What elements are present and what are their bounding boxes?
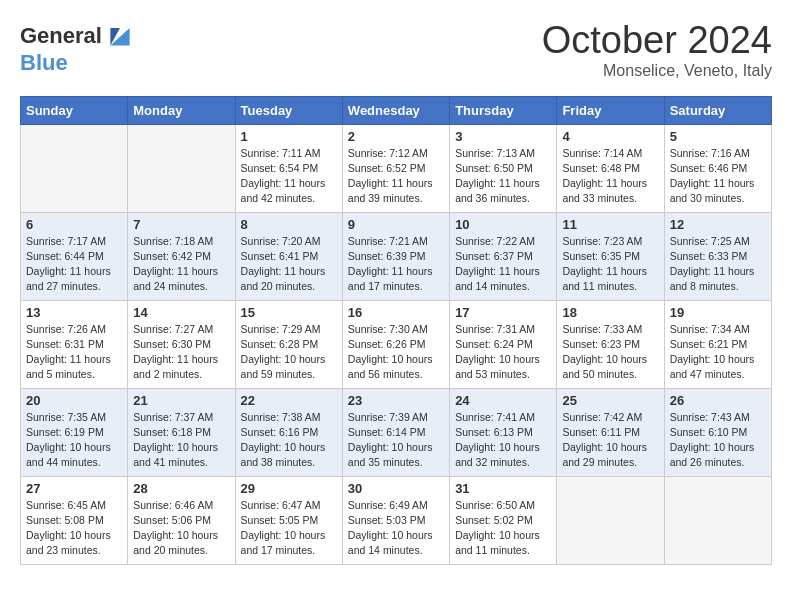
day-info: Sunrise: 7:23 AM Sunset: 6:35 PM Dayligh… <box>562 234 658 295</box>
calendar-cell: 22Sunrise: 7:38 AM Sunset: 6:16 PM Dayli… <box>235 388 342 476</box>
day-info: Sunrise: 7:27 AM Sunset: 6:30 PM Dayligh… <box>133 322 229 383</box>
calendar-cell: 2Sunrise: 7:12 AM Sunset: 6:52 PM Daylig… <box>342 124 449 212</box>
day-number: 4 <box>562 129 658 144</box>
month-title: October 2024 <box>542 20 772 62</box>
calendar-week-row: 20Sunrise: 7:35 AM Sunset: 6:19 PM Dayli… <box>21 388 772 476</box>
day-number: 21 <box>133 393 229 408</box>
day-info: Sunrise: 7:17 AM Sunset: 6:44 PM Dayligh… <box>26 234 122 295</box>
calendar-cell: 31Sunrise: 6:50 AM Sunset: 5:02 PM Dayli… <box>450 476 557 564</box>
day-info: Sunrise: 6:47 AM Sunset: 5:05 PM Dayligh… <box>241 498 337 559</box>
calendar-cell: 11Sunrise: 7:23 AM Sunset: 6:35 PM Dayli… <box>557 212 664 300</box>
day-info: Sunrise: 7:22 AM Sunset: 6:37 PM Dayligh… <box>455 234 551 295</box>
logo-general: General <box>20 23 102 48</box>
day-info: Sunrise: 7:29 AM Sunset: 6:28 PM Dayligh… <box>241 322 337 383</box>
day-header-wednesday: Wednesday <box>342 96 449 124</box>
day-info: Sunrise: 7:13 AM Sunset: 6:50 PM Dayligh… <box>455 146 551 207</box>
page-header: General Blue October 2024 Monselice, Ven… <box>20 20 772 80</box>
title-block: October 2024 Monselice, Veneto, Italy <box>542 20 772 80</box>
day-number: 5 <box>670 129 766 144</box>
day-header-sunday: Sunday <box>21 96 128 124</box>
day-number: 17 <box>455 305 551 320</box>
day-info: Sunrise: 7:16 AM Sunset: 6:46 PM Dayligh… <box>670 146 766 207</box>
calendar-cell: 25Sunrise: 7:42 AM Sunset: 6:11 PM Dayli… <box>557 388 664 476</box>
day-number: 14 <box>133 305 229 320</box>
day-number: 9 <box>348 217 444 232</box>
day-header-saturday: Saturday <box>664 96 771 124</box>
calendar-cell: 19Sunrise: 7:34 AM Sunset: 6:21 PM Dayli… <box>664 300 771 388</box>
calendar-cell: 13Sunrise: 7:26 AM Sunset: 6:31 PM Dayli… <box>21 300 128 388</box>
day-info: Sunrise: 7:11 AM Sunset: 6:54 PM Dayligh… <box>241 146 337 207</box>
day-info: Sunrise: 7:34 AM Sunset: 6:21 PM Dayligh… <box>670 322 766 383</box>
day-number: 26 <box>670 393 766 408</box>
day-number: 19 <box>670 305 766 320</box>
day-info: Sunrise: 6:50 AM Sunset: 5:02 PM Dayligh… <box>455 498 551 559</box>
calendar-cell: 12Sunrise: 7:25 AM Sunset: 6:33 PM Dayli… <box>664 212 771 300</box>
calendar-cell: 6Sunrise: 7:17 AM Sunset: 6:44 PM Daylig… <box>21 212 128 300</box>
calendar-cell: 15Sunrise: 7:29 AM Sunset: 6:28 PM Dayli… <box>235 300 342 388</box>
day-info: Sunrise: 7:30 AM Sunset: 6:26 PM Dayligh… <box>348 322 444 383</box>
day-header-tuesday: Tuesday <box>235 96 342 124</box>
day-info: Sunrise: 7:12 AM Sunset: 6:52 PM Dayligh… <box>348 146 444 207</box>
calendar-week-row: 6Sunrise: 7:17 AM Sunset: 6:44 PM Daylig… <box>21 212 772 300</box>
day-info: Sunrise: 7:20 AM Sunset: 6:41 PM Dayligh… <box>241 234 337 295</box>
day-info: Sunrise: 6:49 AM Sunset: 5:03 PM Dayligh… <box>348 498 444 559</box>
day-info: Sunrise: 7:25 AM Sunset: 6:33 PM Dayligh… <box>670 234 766 295</box>
day-number: 20 <box>26 393 122 408</box>
calendar-cell: 24Sunrise: 7:41 AM Sunset: 6:13 PM Dayli… <box>450 388 557 476</box>
day-number: 10 <box>455 217 551 232</box>
day-info: Sunrise: 7:42 AM Sunset: 6:11 PM Dayligh… <box>562 410 658 471</box>
calendar-cell: 28Sunrise: 6:46 AM Sunset: 5:06 PM Dayli… <box>128 476 235 564</box>
day-info: Sunrise: 6:45 AM Sunset: 5:08 PM Dayligh… <box>26 498 122 559</box>
logo-blue: Blue <box>20 52 136 74</box>
logo: General Blue <box>20 20 136 74</box>
calendar-cell <box>21 124 128 212</box>
calendar-week-row: 27Sunrise: 6:45 AM Sunset: 5:08 PM Dayli… <box>21 476 772 564</box>
calendar-cell <box>664 476 771 564</box>
calendar-cell: 4Sunrise: 7:14 AM Sunset: 6:48 PM Daylig… <box>557 124 664 212</box>
calendar-cell: 3Sunrise: 7:13 AM Sunset: 6:50 PM Daylig… <box>450 124 557 212</box>
day-number: 6 <box>26 217 122 232</box>
calendar-cell <box>128 124 235 212</box>
day-number: 31 <box>455 481 551 496</box>
logo-icon <box>104 20 136 52</box>
calendar-cell: 10Sunrise: 7:22 AM Sunset: 6:37 PM Dayli… <box>450 212 557 300</box>
calendar-cell: 20Sunrise: 7:35 AM Sunset: 6:19 PM Dayli… <box>21 388 128 476</box>
day-info: Sunrise: 7:14 AM Sunset: 6:48 PM Dayligh… <box>562 146 658 207</box>
day-info: Sunrise: 7:35 AM Sunset: 6:19 PM Dayligh… <box>26 410 122 471</box>
day-info: Sunrise: 7:21 AM Sunset: 6:39 PM Dayligh… <box>348 234 444 295</box>
calendar-cell: 26Sunrise: 7:43 AM Sunset: 6:10 PM Dayli… <box>664 388 771 476</box>
day-number: 2 <box>348 129 444 144</box>
calendar-cell: 21Sunrise: 7:37 AM Sunset: 6:18 PM Dayli… <box>128 388 235 476</box>
location-title: Monselice, Veneto, Italy <box>542 62 772 80</box>
calendar-cell: 1Sunrise: 7:11 AM Sunset: 6:54 PM Daylig… <box>235 124 342 212</box>
calendar-cell: 16Sunrise: 7:30 AM Sunset: 6:26 PM Dayli… <box>342 300 449 388</box>
day-header-friday: Friday <box>557 96 664 124</box>
day-number: 23 <box>348 393 444 408</box>
day-info: Sunrise: 6:46 AM Sunset: 5:06 PM Dayligh… <box>133 498 229 559</box>
day-number: 1 <box>241 129 337 144</box>
calendar-cell: 23Sunrise: 7:39 AM Sunset: 6:14 PM Dayli… <box>342 388 449 476</box>
day-info: Sunrise: 7:31 AM Sunset: 6:24 PM Dayligh… <box>455 322 551 383</box>
day-number: 12 <box>670 217 766 232</box>
calendar-week-row: 1Sunrise: 7:11 AM Sunset: 6:54 PM Daylig… <box>21 124 772 212</box>
calendar-cell: 9Sunrise: 7:21 AM Sunset: 6:39 PM Daylig… <box>342 212 449 300</box>
day-number: 24 <box>455 393 551 408</box>
calendar-cell: 17Sunrise: 7:31 AM Sunset: 6:24 PM Dayli… <box>450 300 557 388</box>
calendar-cell: 5Sunrise: 7:16 AM Sunset: 6:46 PM Daylig… <box>664 124 771 212</box>
day-number: 8 <box>241 217 337 232</box>
calendar-cell: 8Sunrise: 7:20 AM Sunset: 6:41 PM Daylig… <box>235 212 342 300</box>
calendar-cell: 30Sunrise: 6:49 AM Sunset: 5:03 PM Dayli… <box>342 476 449 564</box>
day-header-monday: Monday <box>128 96 235 124</box>
day-number: 3 <box>455 129 551 144</box>
day-number: 16 <box>348 305 444 320</box>
day-info: Sunrise: 7:41 AM Sunset: 6:13 PM Dayligh… <box>455 410 551 471</box>
day-number: 18 <box>562 305 658 320</box>
day-number: 28 <box>133 481 229 496</box>
day-number: 22 <box>241 393 337 408</box>
calendar-cell <box>557 476 664 564</box>
day-info: Sunrise: 7:26 AM Sunset: 6:31 PM Dayligh… <box>26 322 122 383</box>
calendar-cell: 7Sunrise: 7:18 AM Sunset: 6:42 PM Daylig… <box>128 212 235 300</box>
day-info: Sunrise: 7:18 AM Sunset: 6:42 PM Dayligh… <box>133 234 229 295</box>
calendar-cell: 18Sunrise: 7:33 AM Sunset: 6:23 PM Dayli… <box>557 300 664 388</box>
day-info: Sunrise: 7:33 AM Sunset: 6:23 PM Dayligh… <box>562 322 658 383</box>
